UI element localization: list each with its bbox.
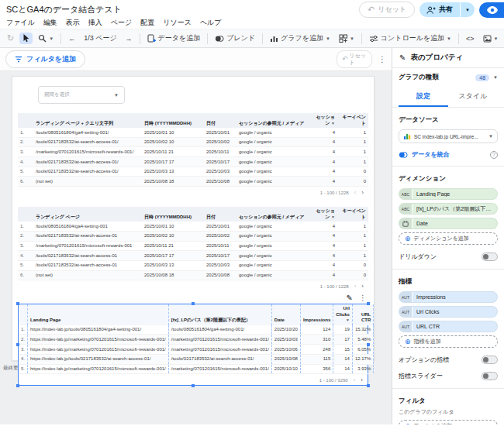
add-dimension-button[interactable]: ⊕ ディメンションを追加 [399,232,498,245]
table-row[interactable]: 5.https://index-lab.jp/marketing/0701201… [19,364,374,374]
prev-page-icon[interactable]: ‹ [354,376,356,383]
selection-handle[interactable] [16,302,19,305]
selection-handle[interactable] [367,343,370,346]
column-header[interactable]: キーイベント [337,113,368,128]
next-page-button[interactable]: → [123,33,136,44]
tab-style[interactable]: スタイル [448,87,498,107]
redo-button[interactable]: ↻ [4,32,17,45]
table-row[interactable]: 2./tools/0217183532/ai-search-access-012… [18,231,368,241]
filterbar-more-icon[interactable]: ⋮ [378,55,386,64]
edit-pencil-icon[interactable]: ✎ [347,294,353,302]
column-header[interactable]: Url Clicks ▼ [333,304,353,325]
table-row[interactable]: 6.(not set)2025/10/08 182025/10/08google… [18,270,368,280]
metric-slider-toggle[interactable] [482,372,498,380]
report-title[interactable]: SCとGA4のデータ結合テスト [6,4,122,15]
menu-edit[interactable]: 編集 [43,18,57,28]
add-chart-button[interactable]: グラフを追加▼ [267,32,333,45]
table-row[interactable]: 3./marketing/0701201615/microsoft-reward… [18,241,368,251]
report-page[interactable]: 期間を選択 ▼ ランディング ページ + クエリ文字列日時 (YYYYMMDDH… [12,76,375,361]
share-menu-caret[interactable]: ▼ [460,2,475,17]
blend-data-link[interactable]: データを統合 [399,150,450,159]
table-2-block[interactable]: ランディング ページ日時 (YYYYMMDDHH)日付セッションの参照元 / メ… [18,207,368,291]
dimension-chip[interactable]: Date [399,218,498,229]
column-header[interactable]: 日付 [204,113,236,128]
help-icon[interactable]: ? [490,151,498,159]
metric-chip[interactable]: AUTImpressions [399,291,498,303]
chart-type-row[interactable]: グラフの種類 48 ▼ [399,68,498,87]
data-source-chip[interactable]: SC index-lab.jp URL-impre... ▼ [399,129,498,143]
column-header[interactable]: キーイベント [337,207,368,222]
drilldown-toggle[interactable] [482,253,498,261]
table-row[interactable]: 5./tools/0217183532/ai-search-access-01/… [18,167,368,177]
filter-reset-button[interactable]: ↶ リセット [337,50,372,67]
next-page-icon[interactable]: › [361,376,363,383]
menu-view[interactable]: 表示 [66,18,80,28]
community-viz-button[interactable]: ▼ [336,33,357,44]
prev-page-button[interactable]: ← [65,33,78,44]
column-header[interactable]: セッション ▼ [311,207,337,222]
add-metric-button[interactable]: ⊕ 指標を追加 [399,335,498,348]
table-row[interactable]: 1./tools/0805161804/ga4-setting-0012025/… [18,222,368,231]
table-row[interactable]: 5./tools/0217183532/ai-search-access-012… [18,260,368,270]
next-page-icon[interactable]: › [361,283,364,290]
menu-file[interactable]: ファイル [6,18,35,28]
column-header[interactable]: セッションの参照元 / メディア [236,113,311,128]
table-row[interactable]: 1.https://index-lab.jp/tools/0805161804/… [19,325,374,335]
menu-arrange[interactable]: 配置 [140,18,154,28]
table-row[interactable]: 4./tools/0217183532/ai-search-access-012… [18,251,368,261]
metric-chip[interactable]: AUTUrl Clicks [399,306,498,318]
prev-page-icon[interactable]: ‹ [354,283,357,290]
column-header[interactable]: セッション ▼ [311,113,337,128]
selection-handle[interactable] [192,384,195,387]
table-row[interactable]: 4./tools/0217183532/ai-search-access-01/… [18,157,368,167]
table-row[interactable]: 3.https://index-lab.jp/marketing/0701201… [19,345,374,355]
page-indicator[interactable]: 1/3 ページ [81,32,119,45]
selection-handle[interactable] [192,302,195,305]
selection-handle[interactable] [16,384,19,387]
table-row[interactable]: 1./tools/0805161804/ga4-setting-001/2025… [18,128,368,137]
view-button[interactable] [479,2,504,18]
selected-table-block[interactable]: ✎ ⋮ Landing Page[fx]_LPのパス（第2階層以下の表記）Dat… [18,304,368,386]
reset-button[interactable]: ↶ リセット [359,2,415,18]
tab-setup[interactable]: 設定 [399,87,448,107]
selection-handle[interactable] [16,343,19,346]
chart-more-icon[interactable]: ⋮ [359,294,367,302]
embed-button[interactable]: <> [463,33,478,44]
optional-metrics-toggle[interactable] [482,356,498,364]
selection-handle[interactable] [367,302,370,305]
menu-page[interactable]: ページ [111,18,132,28]
table-row[interactable]: 2./tools/0217183532/ai-search-access-01/… [18,137,368,147]
select-tool-button[interactable] [19,33,33,44]
zoom-tool-button[interactable]: ▼ [35,33,57,44]
date-range-control[interactable]: 期間を選択 ▼ [38,86,125,104]
column-header[interactable]: 日時 (YYYYMMDDHH) [142,113,204,128]
table-1-block[interactable]: ランディング ページ + クエリ文字列日時 (YYYYMMDDHH)日付セッショ… [18,113,368,198]
prev-page-icon[interactable]: ‹ [354,189,357,196]
dimension-chip[interactable]: ABCLanding Page [399,188,498,200]
add-image-button[interactable]: ▼ [480,33,502,44]
menu-resource[interactable]: リソース [163,18,192,28]
column-header[interactable]: 日付 [204,207,236,222]
share-button[interactable]: 共有 [419,2,460,17]
next-page-icon[interactable]: › [361,189,364,196]
table-row[interactable]: 6.(not set)2025/10/08 182025/10/08google… [18,177,368,187]
column-header[interactable]: 日時 (YYYYMMDDHH) [142,207,204,222]
table-row[interactable]: 3./marketing/0701201615/microsoft-reward… [18,147,368,157]
column-header[interactable]: Impressions [300,304,333,325]
table-row[interactable]: 4.https://index-lab.jp/tools/0217183532/… [19,354,374,364]
column-header[interactable]: Date [271,304,300,325]
add-control-button[interactable]: コントロールを追加▼ [366,32,454,45]
column-header[interactable]: Landing Page [28,304,169,325]
dimension-chip[interactable]: ABC[fx]_LPのパス（第2階層以下の表... [399,203,498,215]
table-row[interactable]: 2.https://index-lab.jp/marketing/0701201… [19,335,374,345]
selection-handle[interactable] [367,384,370,387]
column-header[interactable]: URL CTR [352,304,373,325]
column-header[interactable]: セッションの参照元 / メディア [236,207,311,222]
column-header[interactable]: [fx]_LPのパス（第2階層以下の表記） [168,304,271,325]
column-header[interactable]: ランディング ページ [33,207,142,222]
add-chart-filter-button[interactable]: ⊕ フィルタを追加 [399,420,498,424]
metric-chip[interactable]: AUTURL CTR [399,321,498,332]
add-filter-button[interactable]: フィルタを追加 [5,50,85,68]
report-canvas[interactable]: 期間を選択 ▼ ランディング ページ + クエリ文字列日時 (YYYYMMDDH… [0,71,392,424]
menu-insert[interactable]: 挿入 [88,18,102,28]
